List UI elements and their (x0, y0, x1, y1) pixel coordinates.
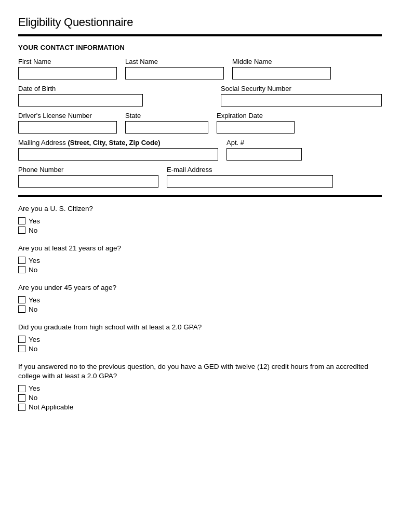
q3-no-option: No (18, 305, 382, 313)
middle-name-group: Middle Name (232, 58, 331, 79)
dl-input[interactable] (18, 121, 117, 134)
question-1-text: Are you a U. S. Citizen? (18, 204, 382, 214)
questions-section: Are you a U. S. Citizen? Yes No Are you … (18, 204, 382, 411)
dl-row: Driver's License Number State Expiration… (18, 112, 382, 134)
q3-no-label[interactable]: No (29, 305, 37, 313)
email-input[interactable] (167, 175, 333, 188)
state-input[interactable] (125, 121, 208, 134)
q5-no-label[interactable]: No (29, 394, 37, 402)
ssn-group: Social Security Number (221, 85, 382, 107)
page-title: Eligibility Questionnaire (18, 16, 382, 29)
q2-yes-checkbox[interactable] (18, 257, 25, 264)
first-name-label: First Name (18, 58, 117, 65)
q5-no-option: No (18, 394, 382, 402)
middle-name-label: Middle Name (232, 58, 331, 65)
q5-na-option: Not Applicable (18, 403, 382, 411)
q4-yes-checkbox[interactable] (18, 336, 25, 343)
q4-yes-label[interactable]: Yes (29, 336, 40, 343)
middle-name-input[interactable] (232, 67, 331, 79)
last-name-group: Last Name (125, 58, 224, 79)
q1-yes-checkbox[interactable] (18, 217, 25, 224)
dob-input[interactable] (18, 94, 143, 107)
exp-label: Expiration Date (217, 112, 295, 119)
top-rule (18, 34, 382, 36)
question-5-text: If you answered no to the previous quest… (18, 362, 382, 382)
q5-no-checkbox[interactable] (18, 394, 25, 402)
q1-no-option: No (18, 227, 382, 234)
address-row: Mailing Address (Street, City, State, Zi… (18, 139, 382, 161)
email-label: E-mail Address (167, 166, 333, 174)
q5-na-checkbox[interactable] (18, 404, 25, 411)
q2-yes-label[interactable]: Yes (29, 257, 40, 264)
apt-label: Apt. # (226, 139, 302, 147)
q2-no-option: No (18, 266, 382, 274)
dob-ssn-row: Date of Birth Social Security Number (18, 85, 382, 107)
q3-no-checkbox[interactable] (18, 305, 25, 313)
dl-label: Driver's License Number (18, 112, 117, 119)
question-4-text: Did you graduate from high school with a… (18, 323, 382, 332)
question-1: Are you a U. S. Citizen? Yes No (18, 204, 382, 234)
q5-yes-option: Yes (18, 384, 382, 392)
address-group: Mailing Address (Street, City, State, Zi… (18, 139, 218, 161)
q4-no-option: No (18, 345, 382, 353)
phone-label: Phone Number (18, 166, 158, 174)
ssn-input[interactable] (221, 94, 382, 107)
name-row: First Name Last Name Middle Name (18, 58, 382, 79)
phone-group: Phone Number (18, 166, 158, 188)
phone-input[interactable] (18, 175, 158, 188)
q1-no-label[interactable]: No (29, 227, 37, 234)
last-name-label: Last Name (125, 58, 224, 65)
question-5: If you answered no to the previous quest… (18, 362, 382, 411)
q2-no-checkbox[interactable] (18, 266, 25, 273)
address-label-normal: Mailing Address (18, 139, 68, 147)
dob-label: Date of Birth (18, 85, 143, 92)
address-label: Mailing Address (Street, City, State, Zi… (18, 139, 218, 147)
state-label: State (125, 112, 208, 119)
section-title: YOUR CONTACT INFORMATION (18, 44, 382, 51)
question-4: Did you graduate from high school with a… (18, 323, 382, 353)
q5-na-label[interactable]: Not Applicable (29, 403, 73, 411)
q3-yes-checkbox[interactable] (18, 296, 25, 303)
apt-group: Apt. # (226, 139, 302, 161)
last-name-input[interactable] (125, 67, 224, 79)
q1-yes-label[interactable]: Yes (29, 217, 40, 225)
q3-yes-option: Yes (18, 296, 382, 304)
q1-yes-option: Yes (18, 217, 382, 225)
question-3-text: Are you under 45 years of age? (18, 283, 382, 293)
phone-email-row: Phone Number E-mail Address (18, 166, 382, 188)
address-label-bold: (Street, City, State, Zip Code) (68, 139, 160, 147)
q4-no-label[interactable]: No (29, 345, 37, 353)
exp-group: Expiration Date (217, 112, 295, 134)
apt-input[interactable] (226, 148, 302, 161)
first-name-group: First Name (18, 58, 117, 79)
ssn-label: Social Security Number (221, 85, 382, 92)
q3-yes-label[interactable]: Yes (29, 296, 40, 304)
exp-input[interactable] (217, 121, 295, 134)
first-name-input[interactable] (18, 67, 117, 79)
dl-group: Driver's License Number (18, 112, 117, 134)
q4-no-checkbox[interactable] (18, 345, 25, 352)
email-group: E-mail Address (167, 166, 333, 188)
q5-yes-label[interactable]: Yes (29, 384, 40, 392)
bottom-rule (18, 195, 382, 197)
address-input[interactable] (18, 148, 218, 161)
state-group: State (125, 112, 208, 134)
q4-yes-option: Yes (18, 336, 382, 343)
question-3: Are you under 45 years of age? Yes No (18, 283, 382, 313)
q1-no-checkbox[interactable] (18, 227, 25, 234)
q2-yes-option: Yes (18, 257, 382, 264)
dob-group: Date of Birth (18, 85, 143, 107)
question-2: Are you at least 21 years of age? Yes No (18, 244, 382, 274)
contact-section: YOUR CONTACT INFORMATION First Name Last… (18, 44, 382, 188)
q2-no-label[interactable]: No (29, 266, 37, 274)
question-2-text: Are you at least 21 years of age? (18, 244, 382, 254)
q5-yes-checkbox[interactable] (18, 385, 25, 392)
